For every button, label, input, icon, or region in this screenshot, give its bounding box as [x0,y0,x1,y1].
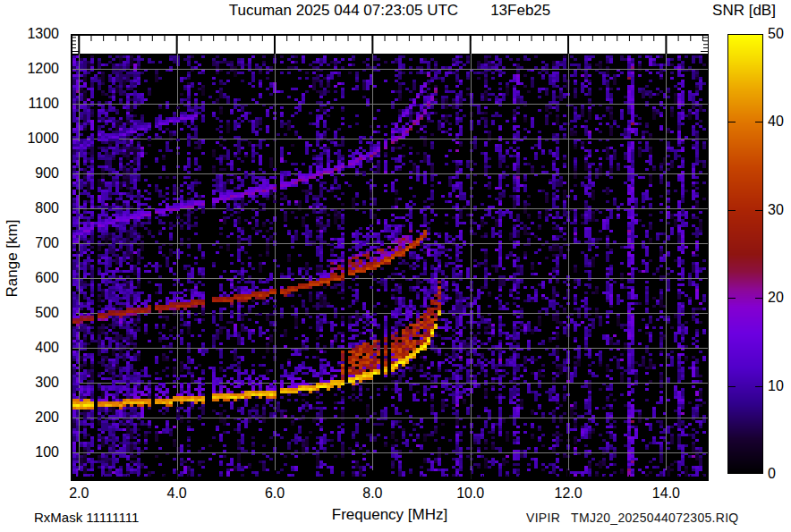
rxmask-label: RxMask 11111111 [34,510,139,525]
colorbar-canvas [727,34,763,474]
y-tick-label: 400 [0,340,59,356]
colorbar-tick-label: 40 [768,114,791,130]
y-tick-label: 100 [0,444,59,460]
y-tick-label: 500 [0,305,59,321]
y-tick-label: 1000 [0,131,59,147]
y-axis-label: Range [km] [4,205,21,312]
date-label: 13Feb25 [490,2,550,19]
x-tick-label: 8.0 [353,486,392,502]
colorbar-tick-label: 0 [768,466,791,482]
station-datetime: Tucuman 2025 044 07:23:05 UTC [229,2,458,19]
system-name: VIPIR [526,511,560,525]
y-tick-label: 300 [0,375,59,391]
colorbar-tick-label: 10 [768,378,791,394]
x-tick-label: 4.0 [157,486,197,502]
y-tick-label: 700 [0,235,59,251]
y-tick-label: 200 [0,410,59,426]
file-name: TMJ20_2025044072305.RIQ [571,511,738,525]
ionogram-page: Tucuman 2025 044 07:23:05 UTC13Feb25 SNR… [0,0,791,532]
ionogram-canvas [71,34,709,481]
y-tick-label: 600 [0,270,59,286]
colorbar-tick-label: 20 [768,290,791,306]
colorbar-tick-label: 30 [768,202,791,218]
y-tick-label: 1200 [0,61,59,77]
x-tick-label: 12.0 [549,486,588,502]
page-title: Tucuman 2025 044 07:23:05 UTC13Feb25 [71,2,709,20]
colorbar-title: SNR [dB] [697,2,791,20]
x-tick-label: 10.0 [451,486,490,502]
x-tick-label: 14.0 [646,486,685,502]
y-tick-label: 1100 [0,96,59,112]
colorbar-tick-label: 50 [768,26,791,42]
x-tick-label: 6.0 [255,486,294,502]
y-tick-label: 1300 [0,26,59,42]
y-tick-label: 800 [0,200,59,216]
y-tick-label: 900 [0,165,59,182]
file-label: VIPIRTMJ20_2025044072305.RIQ [526,511,739,525]
x-tick-label: 2.0 [59,486,98,502]
